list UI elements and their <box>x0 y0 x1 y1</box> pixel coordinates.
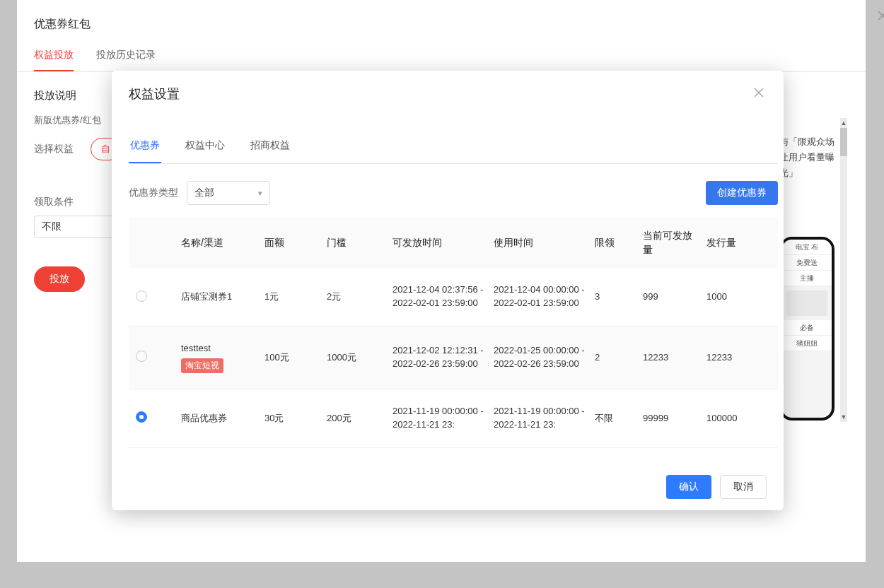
cell-name: 店铺宝测券1 <box>181 290 259 304</box>
outer-scrollbar[interactable]: ▲ ▼ <box>840 118 847 422</box>
cell-dist-time: 2021-12-04 02:37:56 - 2022-02-01 23:59:0… <box>392 283 488 310</box>
cell-use-time: 2021-12-04 00:00:00 - 2022-02-01 23:59:0… <box>494 283 589 310</box>
submit-button[interactable]: 投放 <box>34 266 85 292</box>
confirm-button[interactable]: 确认 <box>666 475 711 499</box>
coupon-type-value: 全部 <box>194 187 214 199</box>
modal-close-icon[interactable] <box>751 83 767 104</box>
drawer-title: 优惠券红包 <box>17 0 866 43</box>
cell-available: 99999 <box>643 412 701 425</box>
col-total: 发行量 <box>706 236 756 250</box>
claim-condition-label: 领取条件 <box>34 196 79 208</box>
phone-block <box>786 290 827 316</box>
col-name: 名称/渠道 <box>181 236 259 250</box>
phone-strip: 主播 <box>782 271 832 286</box>
cell-total: 100000 <box>706 412 756 425</box>
phone-strip: 电宝 布 <box>782 240 832 255</box>
phone-strip: 免费送 <box>782 255 832 271</box>
col-use-time: 使用时间 <box>494 236 589 250</box>
scroll-thumb[interactable] <box>840 128 847 156</box>
cell-use-time: 2021-11-19 00:00:00 - 2022-11-21 23: <box>494 405 589 432</box>
phone-strip: 猪姐姐 <box>782 336 832 351</box>
cell-threshold: 200元 <box>327 412 387 425</box>
cell-total: 1000 <box>706 290 756 304</box>
cell-amount: 100元 <box>264 351 321 365</box>
cell-use-time: 2022-01-25 00:00:00 - 2022-02-26 23:59:0… <box>494 344 589 371</box>
claim-condition-value: 不限 <box>42 220 62 233</box>
outer-tabs: 权益投放 投放历史记录 <box>17 43 866 72</box>
create-coupon-button[interactable]: 创建优惠券 <box>706 181 778 205</box>
coupon-type-select[interactable]: 全部 ▾ <box>187 181 270 205</box>
cell-threshold: 1000元 <box>327 351 387 365</box>
scroll-up-icon[interactable]: ▲ <box>840 118 847 128</box>
cell-threshold: 2元 <box>327 290 387 304</box>
cell-amount: 30元 <box>264 412 321 425</box>
cell-limit: 2 <box>595 351 637 365</box>
cell-amount: 1元 <box>264 290 321 304</box>
modal-scroll-area[interactable]: 优惠券 权益中心 招商权益 优惠券类型 全部 ▾ 创建优惠券 名称/渠道 面额 … <box>129 112 778 466</box>
cancel-button[interactable]: 取消 <box>720 475 767 499</box>
col-dist-time: 可发放时间 <box>392 236 488 250</box>
cell-dist-time: 2021-12-02 12:12:31 - 2022-02-26 23:59:0… <box>392 344 488 371</box>
coupon-type-label: 优惠券类型 <box>129 187 178 199</box>
drawer-close-icon[interactable] <box>874 7 884 24</box>
tab-benefit-center[interactable]: 权益中心 <box>184 131 226 163</box>
table-row[interactable]: 店铺宝测券11元2元2021-12-04 02:37:56 - 2022-02-… <box>129 268 778 327</box>
chevron-down-icon: ▾ <box>258 189 262 198</box>
table-row[interactable]: testtest淘宝短视100元1000元2021-12-02 12:12:31… <box>129 327 778 389</box>
tab-distribute[interactable]: 权益投放 <box>34 43 74 71</box>
cell-available: 12233 <box>643 351 701 365</box>
row-radio[interactable] <box>136 411 147 423</box>
col-available: 当前可发放量 <box>643 229 701 257</box>
phone-preview: 电宝 布 免费送 主播 必备 猪姐姐 <box>779 237 834 421</box>
table-header: 名称/渠道 面额 门槛 可发放时间 使用时间 限领 当前可发放量 发行量 <box>129 218 778 268</box>
row-radio[interactable] <box>136 351 147 362</box>
col-amount: 面额 <box>264 236 321 250</box>
cell-total: 12233 <box>706 351 756 365</box>
row-radio[interactable] <box>136 290 147 302</box>
modal-title: 权益设置 <box>129 86 751 102</box>
tab-merchant-benefit[interactable]: 招商权益 <box>249 131 291 163</box>
select-benefit-label: 选择权益 <box>34 143 79 155</box>
col-threshold: 门槛 <box>327 236 387 250</box>
table-row[interactable]: 商品优惠券30元200元2021-11-19 00:00:00 - 2022-1… <box>129 389 778 448</box>
tab-history[interactable]: 投放历史记录 <box>96 43 156 71</box>
phone-strip: 必备 <box>782 320 832 336</box>
benefit-settings-modal: 权益设置 优惠券 权益中心 招商权益 优惠券类型 全部 ▾ 创建优惠券 <box>112 71 784 510</box>
cell-available: 999 <box>643 290 701 304</box>
col-limit: 限领 <box>595 236 637 250</box>
tab-coupon[interactable]: 优惠券 <box>129 131 161 163</box>
side-note: 与「限观众场让用户看量曝光」 <box>779 134 840 181</box>
cell-name: 商品优惠券 <box>181 412 259 425</box>
cell-dist-time: 2021-11-19 00:00:00 - 2022-11-21 23: <box>392 405 488 432</box>
scroll-down-icon[interactable]: ▼ <box>840 412 847 422</box>
modal-tabs: 优惠券 权益中心 招商权益 <box>129 131 778 164</box>
cell-name: testtest淘宝短视 <box>181 342 259 373</box>
channel-tag: 淘宝短视 <box>181 358 223 373</box>
cell-limit: 不限 <box>595 412 637 425</box>
cell-limit: 3 <box>595 290 637 304</box>
